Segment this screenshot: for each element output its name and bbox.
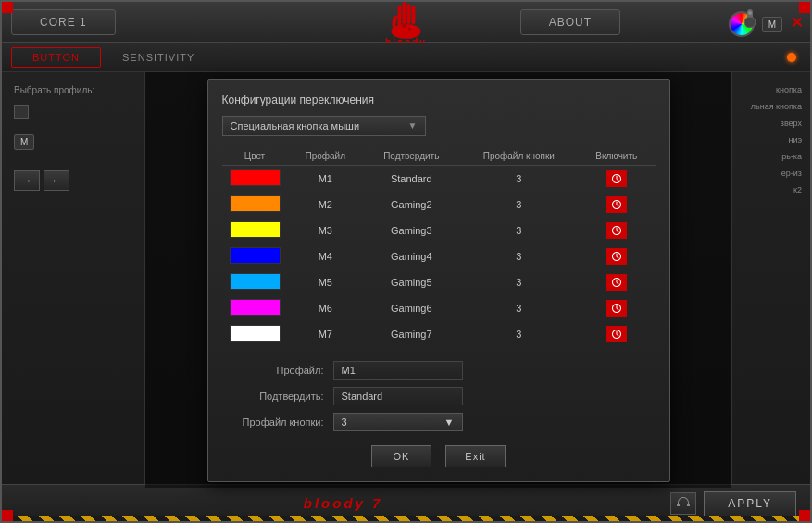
tab-sensitivity[interactable]: Sensitivity [101, 47, 216, 68]
confirm-cell: Gaming7 [363, 321, 459, 347]
svg-point-5 [402, 24, 406, 28]
right-sidebar-item-6[interactable]: к2 [737, 181, 806, 198]
apply-button[interactable]: APPLY [704, 491, 796, 517]
dialog-dropdown-row: Специальная кнопка мыши ▼ [222, 116, 656, 136]
enabled-cell[interactable] [578, 243, 655, 269]
close-button[interactable]: ✕ [791, 13, 803, 31]
key-profile-cell: 3 [460, 218, 579, 243]
right-sidebar-item-0[interactable]: кнопка [737, 81, 806, 98]
form-confirm-label: Подтвердить: [222, 391, 324, 402]
confirm-cell: Gaming2 [363, 192, 459, 218]
bottom-right: APPLY [670, 491, 796, 517]
form-confirm-row: Подтвердить: Standard [222, 387, 656, 405]
main-frame: Core 1 bloody About M [0, 0, 812, 523]
dialog-overlay: Конфигурации переключения Специальная кн… [145, 72, 731, 488]
enabled-cell[interactable] [578, 269, 655, 295]
profile-cell: M1 [288, 165, 364, 192]
right-sidebar-item-3[interactable]: ниэ [737, 131, 806, 148]
profiles-table: Цвет Профайл Подтвердить Профайл кнопки … [222, 147, 656, 347]
key-profile-dropdown[interactable]: 3 ▼ [333, 413, 463, 431]
profile-cell: M5 [288, 269, 364, 295]
table-row: M5 Gaming5 3 [222, 269, 656, 295]
config-dialog: Конфигурации переключения Специальная кн… [207, 79, 670, 482]
color-cell[interactable] [222, 321, 288, 347]
table-row: M1 Standard 3 [222, 165, 656, 192]
m-button[interactable]: M [14, 134, 34, 150]
key-profile-value: 3 [342, 417, 347, 428]
confirm-cell: Standard [363, 165, 459, 192]
enabled-cell[interactable] [578, 218, 655, 243]
key-profile-dropdown-arrow-icon: ▼ [444, 417, 455, 428]
nav-arrows: → ← [6, 163, 140, 198]
enabled-cell[interactable] [578, 295, 655, 321]
confirm-cell: Gaming3 [363, 218, 459, 243]
main-content: Выбрать профиль: M → ← Конфигурации пере… [2, 72, 810, 488]
enabled-icon-btn[interactable] [606, 196, 627, 213]
color-cell[interactable] [222, 192, 288, 218]
corner-bl [2, 510, 13, 521]
top-nav: Core 1 bloody About M [2, 2, 810, 43]
profile-select-area [787, 53, 796, 62]
right-sidebar-item-5[interactable]: ер-из [737, 165, 806, 181]
color-cell[interactable] [222, 295, 288, 321]
enabled-cell[interactable] [578, 192, 655, 218]
profile-label: Выбрать профиль: [6, 81, 140, 99]
dropdown-value: Специальная кнопка мыши [231, 120, 360, 131]
key-profile-cell: 3 [460, 295, 579, 321]
table-row: M6 Gaming6 3 [222, 295, 656, 321]
confirm-cell: Gaming4 [363, 243, 459, 269]
profile-cell: M3 [288, 218, 364, 243]
profile-type-dropdown[interactable]: Специальная кнопка мыши ▼ [222, 116, 426, 136]
logo-center: bloody [381, 0, 431, 47]
profile-cell: M2 [288, 192, 364, 218]
m-profile-badge[interactable]: M [762, 17, 782, 32]
warning-stripe [2, 516, 810, 521]
enabled-icon-btn[interactable] [606, 222, 627, 239]
col-enabled: Включить [578, 147, 655, 166]
forward-arrow[interactable]: → [14, 170, 40, 191]
table-row: M7 Gaming7 3 [222, 321, 656, 347]
bloody-logo [381, 0, 431, 41]
exit-button[interactable]: Exit [445, 445, 506, 467]
right-sidebar: кнопкальная кнопказверхниэрь-каер-изк2 [731, 72, 810, 488]
dialog-title: Конфигурации переключения [222, 93, 656, 106]
color-cell[interactable] [222, 269, 288, 295]
key-profile-cell: 3 [460, 165, 579, 192]
enabled-icon-btn[interactable] [606, 274, 627, 291]
key-profile-cell: 3 [460, 321, 579, 347]
tab-about[interactable]: About [520, 9, 625, 35]
enabled-icon-btn[interactable] [606, 170, 627, 187]
second-nav: Button Sensitivity [2, 43, 810, 72]
profile-cell: M6 [288, 295, 364, 321]
col-profile: Профайл [288, 147, 364, 166]
joystick-icon [741, 9, 759, 31]
enabled-icon-btn[interactable] [606, 300, 627, 317]
headphone-button[interactable] [670, 492, 696, 515]
ok-button[interactable]: OK [371, 445, 431, 467]
col-key-profile: Профайл кнопки [460, 147, 579, 166]
svg-point-6 [408, 28, 411, 31]
tab-core1[interactable]: Core 1 [11, 9, 116, 35]
table-row: M4 Gaming4 3 [222, 243, 656, 269]
enabled-cell[interactable] [578, 321, 655, 347]
enabled-icon-btn[interactable] [606, 248, 627, 265]
confirm-cell: Gaming5 [363, 269, 459, 295]
key-profile-cell: 3 [460, 243, 579, 269]
dialog-buttons: OK Exit [222, 445, 656, 467]
svg-point-9 [748, 11, 752, 15]
color-cell[interactable] [222, 243, 288, 269]
right-sidebar-item-1[interactable]: льная кнопка [737, 98, 806, 115]
color-cell[interactable] [222, 218, 288, 243]
color-cell[interactable] [222, 165, 288, 192]
confirm-input[interactable]: Standard [333, 387, 463, 405]
back-arrow[interactable]: ← [44, 170, 69, 191]
profile-input[interactable]: M1 [333, 361, 463, 380]
tab-button[interactable]: Button [11, 47, 101, 68]
led-indicator [787, 53, 796, 62]
enabled-cell[interactable] [578, 165, 655, 192]
profile-checkbox[interactable] [14, 105, 29, 119]
table-row: M3 Gaming3 3 [222, 218, 656, 243]
right-sidebar-item-2[interactable]: зверх [737, 115, 806, 131]
right-sidebar-item-4[interactable]: рь-ка [737, 148, 806, 165]
enabled-icon-btn[interactable] [606, 326, 627, 342]
